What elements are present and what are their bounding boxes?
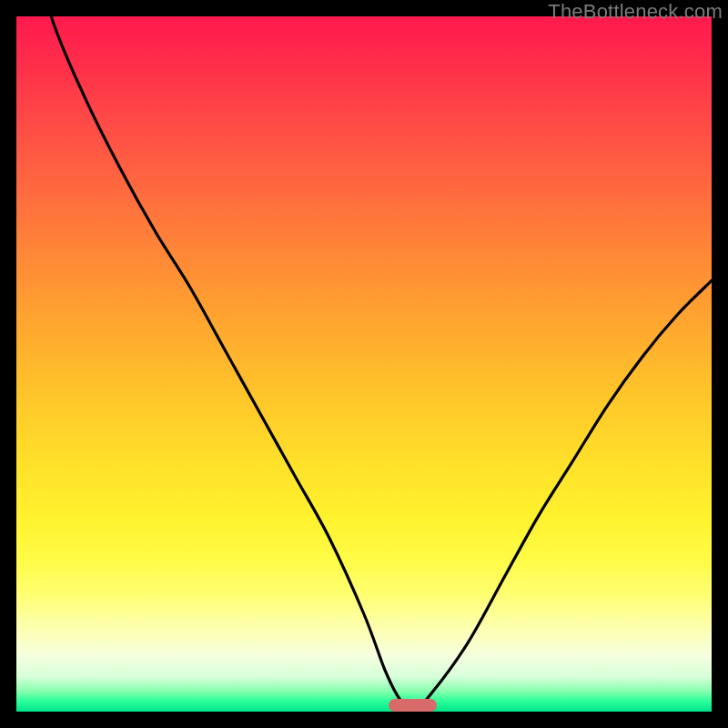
optimal-marker <box>389 699 437 712</box>
chart-frame: TheBottleneck.com <box>0 0 728 728</box>
watermark-text: TheBottleneck.com <box>548 0 723 24</box>
plot-area <box>16 16 712 712</box>
bottleneck-curve <box>16 16 712 712</box>
